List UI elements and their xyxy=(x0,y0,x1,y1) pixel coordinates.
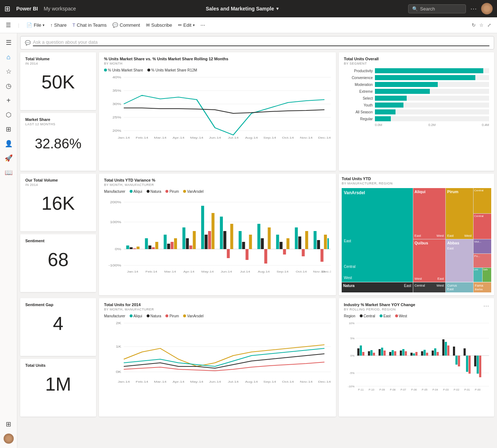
treemap-abbas[interactable]: Abbas East xyxy=(446,239,473,282)
svg-text:May-14: May-14 xyxy=(190,136,203,139)
svg-rect-123 xyxy=(384,351,386,356)
svg-rect-131 xyxy=(413,353,415,356)
search-input[interactable]: 🔍 Search xyxy=(408,4,466,13)
svg-rect-36 xyxy=(152,247,155,249)
svg-text:P-08: P-08 xyxy=(390,388,396,391)
main-content: 💬 Ask a question about your data Total V… xyxy=(17,33,497,448)
svg-text:Oct-14: Oct-14 xyxy=(282,136,294,139)
card-total-volume-subtitle: IN 2014 xyxy=(25,62,91,65)
card-total-volume[interactable]: Total Volume IN 2014 50K xyxy=(20,52,96,110)
svg-text:Jul-14: Jul-14 xyxy=(228,136,239,139)
sidebar-item-favorites[interactable]: ☆ xyxy=(2,65,15,78)
svg-text:-100%: -100% xyxy=(108,264,121,267)
sidebar-item-learn[interactable]: 📖 xyxy=(2,166,15,179)
bookmark-icon[interactable]: ☆ xyxy=(479,22,484,28)
svg-text:20%: 20% xyxy=(112,129,121,132)
treemap-grid: VanArsdel East Central West Aliqui EastW… xyxy=(342,188,491,282)
card-ytd-variance[interactable]: Total Units YTD Variance % BY MONTH, MAN… xyxy=(99,174,336,295)
card-sentiment[interactable]: Sentiment 68 xyxy=(20,234,96,292)
sidebar-item-create[interactable]: + xyxy=(2,94,15,107)
svg-rect-74 xyxy=(327,238,329,249)
treemap-aliqui[interactable]: Aliqui EastWest xyxy=(413,188,445,239)
treemap-quibus[interactable]: Quibus WestEast xyxy=(413,239,445,282)
industry-more-icon[interactable]: ⋯ xyxy=(483,303,489,309)
svg-rect-43 xyxy=(186,238,189,249)
industry-subtitle: BY ROLLING PERIOD, REGION xyxy=(344,308,415,311)
card-market-share[interactable]: Market Share LAST 12 MONTHS 32.86% xyxy=(20,113,96,171)
svg-text:1K: 1K xyxy=(116,345,122,348)
svg-text:Nov-14: Nov-14 xyxy=(300,380,313,383)
sentiment-gap-value: 4 xyxy=(25,314,91,333)
svg-text:Oct-14: Oct-14 xyxy=(282,380,294,383)
card-hbar[interactable]: Total Units Overall BY SEGMENT Productiv… xyxy=(339,52,494,171)
treemap-vanarsdel[interactable]: VanArsdel East Central West xyxy=(342,188,413,282)
svg-text:Aug-14: Aug-14 xyxy=(258,270,270,273)
grid-icon[interactable]: ⊞ xyxy=(4,4,10,13)
card-industry-yoy[interactable]: Industry % Market Share YOY Change BY RO… xyxy=(339,298,494,417)
svg-text:Dec-14: Dec-14 xyxy=(318,380,331,383)
comment-button[interactable]: 💬 Comment xyxy=(112,22,140,28)
svg-rect-116 xyxy=(360,345,362,356)
svg-text:0%: 0% xyxy=(350,354,354,357)
workspace-link[interactable]: My workspace xyxy=(44,6,76,12)
share-button[interactable]: ↑ Share xyxy=(50,22,66,28)
svg-text:Jul-14: Jul-14 xyxy=(228,380,239,383)
svg-rect-37 xyxy=(155,242,158,249)
svg-text:2K: 2K xyxy=(116,321,122,325)
sidebar-item-home[interactable]: ⌂ xyxy=(2,51,15,64)
treemap-small-top: Central Central xyxy=(474,188,491,239)
svg-text:Aug-14: Aug-14 xyxy=(245,380,258,383)
chevron-icon[interactable]: ▾ xyxy=(276,6,278,11)
card-our-total-volume[interactable]: Our Total Volume IN 2014 16K xyxy=(20,174,96,231)
svg-rect-65 xyxy=(286,238,289,249)
svg-text:Jun-14: Jun-14 xyxy=(209,136,221,139)
svg-rect-118 xyxy=(368,351,370,356)
svg-rect-138 xyxy=(437,352,439,356)
menu-icon[interactable]: ☰ xyxy=(6,22,11,29)
svg-rect-125 xyxy=(392,350,394,356)
more-button[interactable]: ⋯ xyxy=(470,5,477,13)
qa-icon: 💬 xyxy=(25,40,31,45)
svg-rect-52 xyxy=(227,249,230,258)
chat-button[interactable]: T Chat in Teams xyxy=(73,22,107,28)
sidebar-item-menu[interactable]: ☰ xyxy=(2,36,15,49)
col-left-1: Total Volume IN 2014 50K Market Share LA… xyxy=(20,52,96,171)
svg-rect-143 xyxy=(455,356,458,365)
sidebar-item-dashboards[interactable]: ⊞ xyxy=(2,123,15,136)
sidebar-item-apps[interactable]: ⬡ xyxy=(2,108,15,121)
sidebar-item-user[interactable] xyxy=(2,432,15,445)
svg-rect-32 xyxy=(133,248,136,249)
file-button[interactable]: 📄 File ▾ xyxy=(26,22,44,28)
card-total-units[interactable]: Total Units 1M xyxy=(20,359,96,417)
industry-title: Industry % Market Share YOY Change xyxy=(344,303,415,307)
card-treemap[interactable]: Total Units YTD BY MANUFACTURER, REGION … xyxy=(339,174,494,295)
fullscreen-icon[interactable]: ⤢ xyxy=(487,22,491,28)
sidebar-item-datasets[interactable]: ⊞ xyxy=(2,418,15,431)
svg-text:25%: 25% xyxy=(112,116,121,119)
edit-button[interactable]: ✏ Edit ▾ xyxy=(178,22,195,28)
svg-rect-71 xyxy=(317,240,320,249)
more-toolbar-button[interactable]: ⋯ xyxy=(200,22,205,28)
svg-rect-121 xyxy=(379,349,381,356)
teams-icon: T xyxy=(73,22,75,28)
hbar-title: Total Units Overall xyxy=(344,57,489,61)
card-total-volume-title: Total Volume xyxy=(25,57,91,61)
svg-rect-132 xyxy=(415,352,418,356)
sidebar-item-goals[interactable]: 🚀 xyxy=(2,152,15,165)
svg-rect-148 xyxy=(474,356,476,366)
treemap-pirum[interactable]: Pirum EastWest xyxy=(446,188,473,239)
refresh-icon[interactable]: ↻ xyxy=(472,22,476,28)
card-line-chart[interactable]: % Units Market Share vs. % Units Market … xyxy=(99,52,336,171)
card-units-2014[interactable]: Total Units for 2014 BY MONTH, MANUFACTU… xyxy=(99,298,336,417)
card-sentiment-gap[interactable]: Sentiment Gap 4 xyxy=(20,298,96,356)
subscribe-button[interactable]: ✉ Subscribe xyxy=(146,22,172,28)
avatar[interactable] xyxy=(481,3,493,14)
sidebar-item-recent[interactable]: ◷ xyxy=(2,79,15,92)
qa-bar[interactable]: 💬 Ask a question about your data xyxy=(20,36,494,49)
svg-text:Dec-14: Dec-14 xyxy=(318,136,331,139)
sidebar-item-people[interactable]: 👤 xyxy=(2,137,15,150)
file-icon: 📄 xyxy=(26,22,32,28)
svg-rect-39 xyxy=(167,244,170,249)
svg-rect-147 xyxy=(468,356,471,374)
svg-rect-129 xyxy=(405,351,407,356)
